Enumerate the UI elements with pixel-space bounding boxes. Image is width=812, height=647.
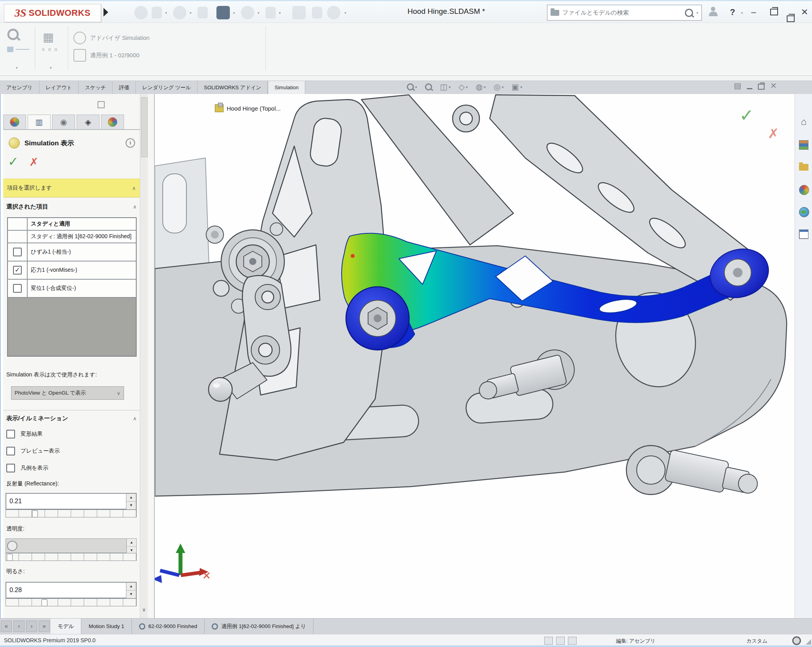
usage-dropdown[interactable]: PhotoView と OpenGL で表示 ∨ [11,386,124,400]
reflectance-input[interactable]: 0.21 ▲▼ [6,493,137,510]
new-study-caret-icon[interactable]: ▾ [50,66,52,70]
spin-up-icon[interactable]: ▲ [126,583,136,591]
deformed-result-checkbox[interactable] [6,430,15,438]
tab-motion-study[interactable]: Motion Study 1 [81,619,132,634]
tab-scroll-prev-icon[interactable]: ‹ [13,621,24,632]
reflectance-slider-thumb[interactable] [32,510,38,517]
design-library-icon[interactable] [799,139,808,150]
solidworks-logo[interactable]: 3S SOLIDWORKS [4,4,101,22]
options-icon[interactable] [292,6,306,19]
search-scope-folder-icon[interactable] [551,10,559,16]
transparency-knob[interactable] [7,541,17,551]
open-caret-icon[interactable]: ▾ [165,11,167,15]
message-collapse-icon[interactable]: ∧ [132,185,136,191]
option-deformed-result[interactable]: 変形結果 [6,430,43,438]
display-collapse-icon[interactable]: ∧ [133,416,137,421]
help-caret-icon[interactable]: ▾ [741,11,743,15]
tab-display-manager[interactable] [101,115,124,130]
study-advisor-caret-icon[interactable]: ▾ [16,66,18,70]
3d-content-icon[interactable] [799,206,809,217]
file-explorer-icon[interactable] [799,162,808,171]
tab-property-manager[interactable]: ▥ [28,115,51,130]
search-icon[interactable] [685,9,693,17]
stress-checkbox[interactable]: ✓ [13,266,22,275]
status-units-icon[interactable] [792,636,801,645]
preview-checkbox[interactable] [6,447,15,455]
rebuild-icon[interactable] [216,6,230,19]
tab-render-tools[interactable]: レンダリング ツール [136,81,197,94]
minimize-button[interactable]: – [751,7,756,18]
doc-minimize-icon[interactable] [747,83,752,89]
resize-grip[interactable] [806,639,811,645]
ribbon-item-case[interactable]: 適用例 1 - 02/9000 [73,49,139,62]
transparency-spinner[interactable]: ▲▼ [126,539,136,553]
brightness-slider[interactable] [6,598,137,606]
home-icon[interactable]: ⌂ [798,116,809,127]
save-caret-icon[interactable]: ▾ [190,11,192,15]
search-box[interactable]: ファイルとモデルの検索 ▾ [547,5,702,21]
appearances-icon[interactable] [799,184,809,195]
new-study-icon[interactable]: ▦ [43,30,54,44]
tab-scroll-next-icon[interactable]: › [26,621,37,632]
status-model-icon[interactable] [568,637,577,645]
displacement-checkbox[interactable] [13,284,22,293]
tab-simulation[interactable]: Simulation [268,81,305,94]
doc-restore-icon[interactable] [758,82,765,90]
section-view-icon[interactable]: ◫▾ [440,82,451,92]
plot-row-displacement[interactable]: 変位1 (-合成変位-) [8,280,136,298]
ribbon-item-advisor[interactable]: アドバイザ Simulation [73,32,150,44]
tab-case-study[interactable]: 適用例 1[62-02-9000 Finished] より [205,619,313,634]
appearance-scene-icon[interactable]: ▣▾ [511,82,522,92]
appearance-icon[interactable] [312,7,322,19]
menu-expand-arrow-icon[interactable] [103,8,108,17]
status-custom[interactable]: カスタム [746,638,767,645]
undo-caret-icon[interactable]: ▾ [258,11,259,15]
selected-collapse-icon[interactable]: ∧ [133,204,137,210]
graphics-viewport[interactable]: Hood Hinge (Topol... ✓ ✗ [155,94,795,618]
plot-row-strain[interactable]: ひずみ1 (-相当-) [8,243,136,261]
select-caret-icon[interactable]: ▾ [279,11,281,15]
cancel-button[interactable]: ✗ [29,156,38,169]
status-view-icon[interactable] [556,637,565,645]
option-legend[interactable]: 凡例を表示 [6,464,48,472]
display-style-icon[interactable]: ◍▾ [476,82,485,92]
brightness-input[interactable]: 0.28 ▲▼ [6,582,137,598]
tab-model[interactable]: モデル [51,619,81,634]
confirmation-cancel-icon[interactable]: ✗ [768,126,779,141]
brightness-slider-thumb[interactable] [41,599,47,606]
document-flyout-tab[interactable]: Hood Hinge (Topol... [215,104,281,112]
print-icon[interactable] [197,7,208,19]
doc-preview-icon[interactable]: ▤ [734,81,741,90]
save-icon[interactable] [173,6,186,19]
tab-feature-manager[interactable] [3,115,26,130]
rebuild-caret-icon[interactable]: ▾ [233,11,235,15]
tab-dimxpert-manager[interactable]: ◈ [77,115,100,130]
transparency-slider[interactable] [6,553,137,561]
search-caret-icon[interactable]: ▾ [696,11,698,15]
new-file-icon[interactable] [134,6,148,19]
tab-scroll-last-icon[interactable]: » [39,621,50,632]
zoom-fit-icon[interactable]: ▾ [407,83,417,90]
tab-evaluate[interactable]: 評価 [113,81,136,94]
properties-icon[interactable] [327,6,340,19]
study-advisor-icon[interactable] [9,31,17,38]
brightness-spinner[interactable]: ▲▼ [126,583,136,598]
properties-caret-icon[interactable]: ▾ [344,11,346,15]
spin-up-icon[interactable]: ▲ [127,539,136,547]
transparency-slider-thumb[interactable] [7,554,13,561]
close-button[interactable]: ✕ [801,7,808,18]
help-icon[interactable]: ? [730,7,735,18]
tab-layout[interactable]: レイアウト [39,81,79,94]
plot-row-stress[interactable]: ✓ 応力1 (-vonMises-) [8,261,136,280]
ok-button[interactable]: ✓ [8,154,19,169]
scrollbar-down-icon[interactable]: ∨ [140,605,148,615]
restore-button[interactable] [770,9,778,15]
confirmation-accept-icon[interactable]: ✓ [739,105,754,125]
undo-icon[interactable] [241,6,254,19]
zoom-area-icon[interactable] [425,83,432,90]
reflectance-spinner[interactable]: ▲▼ [126,494,136,509]
strain-checkbox[interactable] [13,248,22,256]
tab-assembly[interactable]: アセンブリ [0,81,39,94]
spin-down-icon[interactable]: ▼ [126,591,136,598]
window-layout-button[interactable] [787,15,795,22]
